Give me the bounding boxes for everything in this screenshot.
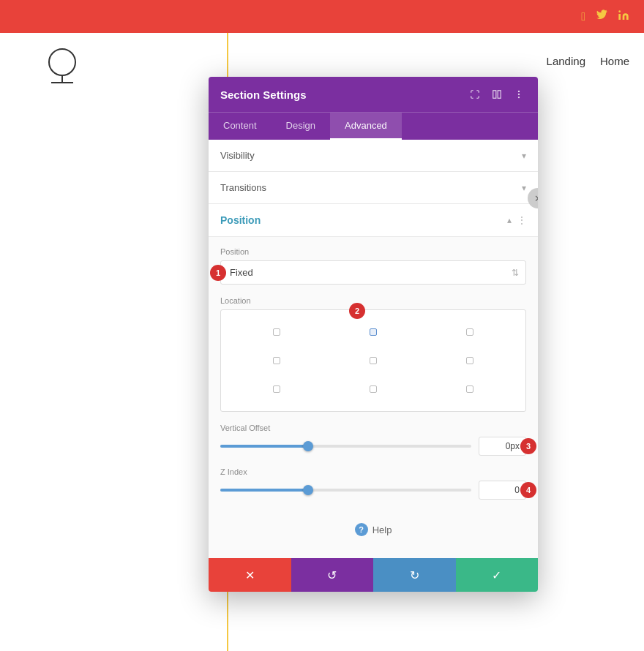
visibility-header[interactable]: Visibility ▾ [209,140,538,171]
vertical-offset-track[interactable] [220,445,471,448]
position-header: Position ▴ ⋮ [209,204,538,237]
svg-point-7 [518,97,520,98]
tabs: Content Design Advanced [209,112,538,140]
loc-tc-dot[interactable] [370,328,377,336]
redo-button[interactable]: ↻ [373,558,456,592]
loc-bc[interactable] [325,375,422,404]
top-bar:  [0,0,644,33]
z-index-field-group: Z Index 4 [220,467,526,500]
loc-bc-dot[interactable] [370,385,377,393]
position-title: Position [220,214,261,226]
z-index-fill [220,489,308,492]
loc-mc-dot[interactable] [370,357,377,364]
transitions-label: Transitions [220,182,266,193]
position-select-wrapper: Fixed Default Absolute Relative ⇅ [220,260,526,285]
loc-tr[interactable] [422,317,518,346]
visibility-accordion: Visibility ▾ [209,140,538,172]
twitter-icon[interactable] [596,10,607,24]
section-settings-panel: Section Settings Content Design Advanced… [209,77,538,592]
location-field-group: Location 2 [220,296,526,412]
position-field-group: Position 1 Fixed Default Absolute Relati… [220,247,526,285]
save-button[interactable]: ✓ [456,558,539,592]
loc-br-dot[interactable] [466,385,473,393]
logo [44,46,80,89]
svg-point-5 [518,91,520,92]
tab-advanced[interactable]: Advanced [330,113,402,140]
position-select[interactable]: Fixed Default Absolute Relative [220,260,526,285]
loc-tl-dot[interactable] [273,328,280,336]
loc-bl-dot[interactable] [273,385,280,393]
action-bar: ✕ ↺ ↻ ✓ [209,558,538,592]
position-field-label: Position [220,247,526,256]
nav-links: Landing Home [547,55,629,67]
loc-ml-dot[interactable] [273,357,280,364]
help-label: Help [372,524,392,535]
position-collapse-icon[interactable]: ▴ [507,215,512,225]
columns-icon[interactable] [490,87,504,102]
loc-tr-dot[interactable] [466,328,473,336]
loc-mr[interactable] [422,346,518,375]
nav-home[interactable]: Home [600,55,629,67]
visibility-label: Visibility [220,150,255,161]
location-field-label: Location [220,296,526,305]
modal-header-icons [468,87,526,102]
transitions-chevron: ▾ [522,183,526,193]
transitions-header[interactable]: Transitions ▾ [209,172,538,203]
cancel-button[interactable]: ✕ [209,558,291,592]
vertical-offset-fill [220,445,308,448]
vertical-offset-thumb[interactable] [303,441,313,451]
help-area[interactable]: ? Help [220,511,526,548]
svg-point-0 [49,49,75,75]
page-area: Landing Home Section Settings Content De… [0,33,644,651]
undo-button[interactable]: ↺ [291,558,374,592]
modal-header: Section Settings [209,77,538,112]
position-header-icons: ▴ ⋮ [507,215,526,225]
loc-bl[interactable] [228,375,325,404]
badge-1: 1 [210,265,226,281]
badge-4: 4 [520,482,536,498]
svg-rect-3 [493,91,496,99]
z-index-slider-wrapper: 4 [220,481,526,500]
svg-rect-4 [498,91,501,99]
location-grid: 2 [220,309,526,412]
loc-mc[interactable] [325,346,422,375]
z-index-label: Z Index [220,467,526,476]
z-index-track[interactable] [220,489,471,492]
tab-design[interactable]: Design [272,113,330,140]
transitions-accordion: Transitions ▾ [209,172,538,204]
position-content: Position 1 Fixed Default Absolute Relati… [209,237,538,558]
z-index-thumb[interactable] [303,485,313,495]
loc-tl[interactable] [228,317,325,346]
loc-ml[interactable] [228,346,325,375]
position-section: Position ▴ ⋮ Position 1 Fixed [209,204,538,558]
facebook-icon[interactable]:  [581,10,585,23]
fullscreen-icon[interactable] [468,87,482,102]
position-more-icon[interactable]: ⋮ [517,215,526,225]
help-icon: ? [355,523,368,536]
loc-mr-dot[interactable] [466,357,473,364]
visibility-chevron: ▾ [522,151,526,161]
svg-point-6 [518,94,520,95]
vertical-offset-label: Vertical Offset [220,424,526,432]
linkedin-icon[interactable] [618,10,629,24]
location-inner [228,317,518,404]
modal-title: Section Settings [220,89,307,101]
panel-content: Visibility ▾ Transitions ▾ Position ▴ ⋮ [209,140,538,558]
vertical-offset-field-group: Vertical Offset 3 [220,424,526,456]
loc-tc[interactable] [325,317,422,346]
more-options-icon[interactable] [512,87,526,102]
loc-br[interactable] [422,375,518,404]
nav-landing[interactable]: Landing [547,55,585,67]
badge-2: 2 [349,303,365,319]
vertical-offset-input[interactable] [479,437,526,456]
z-index-input[interactable] [479,481,526,500]
vertical-offset-slider-wrapper: 3 [220,437,526,456]
tab-content[interactable]: Content [209,113,272,140]
badge-3: 3 [520,438,536,454]
